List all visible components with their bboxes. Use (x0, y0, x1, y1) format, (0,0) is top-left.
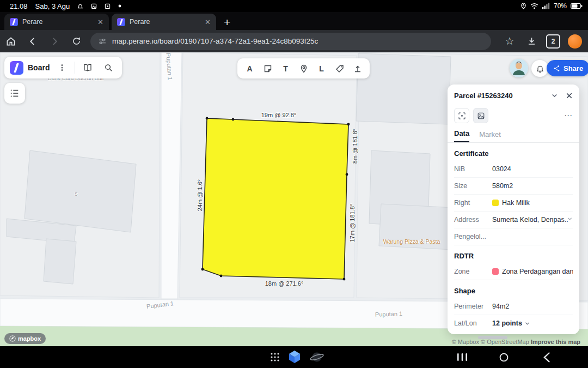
cube-app-button[interactable] (287, 349, 302, 364)
board-menu-button[interactable] (54, 59, 70, 76)
divider (75, 62, 75, 74)
app-grid-icon (270, 352, 280, 362)
refresh-button[interactable] (65, 31, 87, 52)
marker-tool-button[interactable] (296, 61, 311, 76)
row-label: NiB (454, 165, 492, 173)
home-button[interactable] (0, 31, 22, 52)
row-label: Address (454, 216, 492, 224)
signal-icon (542, 3, 550, 9)
collapse-chevron-icon[interactable] (551, 92, 558, 99)
tab-close-icon[interactable]: ✕ (97, 18, 103, 26)
zone-color-swatch (492, 268, 499, 275)
row-latlon[interactable]: Lat/Lon 12 points (454, 315, 573, 331)
location-pin-status-icon (520, 3, 526, 9)
row-pengelola: Pengelol... (454, 228, 573, 245)
note-tool-button[interactable] (260, 61, 275, 76)
panel-title: Parcel #15263240 (454, 92, 547, 100)
line-tool-button[interactable]: L (314, 61, 329, 76)
mapbox-logo[interactable]: mapbox (4, 333, 46, 344)
bookmark-button[interactable]: ☆ (499, 31, 520, 52)
text-tool-button[interactable]: T (278, 61, 293, 76)
android-status-bar: 21.08 Sab, 3 Agu (0, 0, 588, 12)
row-right: Right Hak Milik (454, 195, 573, 212)
battery-percent: 70% (554, 2, 567, 10)
back-nav-button[interactable] (542, 352, 551, 363)
row-label: Zone (454, 268, 492, 275)
row-perimeter: Perimeter 94m2 (454, 298, 573, 315)
panel-scrollbar[interactable] (478, 336, 507, 339)
profile-button[interactable] (564, 31, 586, 52)
bell-icon (536, 64, 544, 73)
section-certificate-heading: Certificate (448, 143, 579, 161)
row-value: Hak Milik (492, 199, 530, 207)
browser-tab-1[interactable]: Perare ✕ (4, 14, 109, 30)
tab-data[interactable]: Data (454, 129, 469, 142)
perare-logo (10, 61, 23, 75)
planet-app-button[interactable] (309, 349, 324, 365)
image-icon (477, 112, 485, 119)
search-button[interactable] (100, 59, 117, 76)
section-shape-heading: Shape (448, 280, 579, 298)
latlon-chevron-icon[interactable] (524, 321, 530, 327)
browser-toolbar: map.perare.io/board/01907107-a374-72a1-9… (0, 30, 588, 52)
parcel-polygon[interactable] (203, 118, 348, 279)
site-settings-icon[interactable] (98, 37, 107, 46)
url-bar[interactable]: map.perare.io/board/01907107-a374-72a1-9… (90, 33, 491, 50)
mapbox-logo-text: mapbox (18, 335, 41, 342)
legend-button[interactable] (4, 83, 25, 104)
row-address[interactable]: Address Sumerta Kelod, Denpas... (454, 212, 573, 228)
panel-tabs: Data Market (448, 125, 579, 143)
new-tab-button[interactable]: + (224, 16, 230, 28)
close-panel-icon[interactable] (566, 92, 573, 99)
status-time: 21.08 (10, 2, 28, 10)
parcel-panel: Parcel #15263240 ⋯ Data Market Certifica… (448, 85, 579, 334)
mapbox-icon (9, 335, 16, 342)
panel-actions: ⋯ (448, 106, 579, 125)
notification-bell-icon (77, 3, 83, 9)
home-circle-icon (499, 353, 509, 362)
back-button[interactable] (22, 31, 44, 52)
perare-favicon (117, 18, 125, 26)
user-avatar[interactable] (510, 59, 528, 77)
forward-button[interactable] (44, 31, 65, 52)
focus-parcel-button[interactable] (454, 108, 469, 123)
notification-dot-icon (118, 4, 121, 8)
share-button[interactable]: Share (547, 60, 588, 76)
status-date: Sab, 3 Agu (35, 2, 70, 10)
shape-tool-button[interactable] (332, 61, 347, 76)
image-view-button[interactable] (473, 108, 488, 123)
improve-map-link[interactable]: Improve this map (531, 339, 580, 345)
library-button[interactable] (79, 59, 96, 76)
wifi-icon (530, 3, 538, 9)
row-value: 94m2 (492, 303, 509, 310)
notifications-button[interactable] (531, 60, 548, 77)
profile-avatar (568, 34, 582, 49)
focus-icon (458, 112, 465, 119)
export-tool-button[interactable] (350, 61, 365, 76)
url-text: map.perare.io/board/01907107-a374-72a1-9… (112, 37, 318, 45)
home-nav-button[interactable] (499, 352, 509, 362)
label-tool-button[interactable]: A (242, 61, 258, 76)
row-value: 580m2 (492, 182, 513, 190)
tab-switcher-button[interactable]: 2 (542, 31, 564, 52)
row-label: Pengelol... (454, 233, 492, 240)
address-chevron-icon[interactable] (567, 216, 573, 224)
row-value: Sumerta Kelod, Denpas... (492, 216, 568, 224)
browser-tab-2[interactable]: Perare ✕ (112, 14, 216, 30)
app-drawer-button[interactable] (268, 351, 282, 364)
board-title: Board (28, 63, 50, 72)
battery-icon (571, 3, 583, 9)
screen: 21.08 Sab, 3 Agu (0, 0, 588, 368)
tab-market[interactable]: Market (479, 130, 501, 142)
tab-close-icon[interactable]: ✕ (205, 18, 211, 26)
drawing-toolbar: A T L (237, 58, 370, 79)
bookmark-icon: ☆ (505, 35, 514, 47)
panel-more-button[interactable]: ⋯ (564, 111, 573, 120)
row-label: Size (454, 182, 492, 190)
parcel-shape[interactable] (201, 117, 350, 281)
row-label: Perimeter (454, 303, 492, 310)
download-button[interactable] (520, 31, 542, 52)
recents-button[interactable] (455, 353, 469, 361)
cube-app-icon (288, 349, 301, 364)
notification-play-icon (105, 3, 111, 9)
